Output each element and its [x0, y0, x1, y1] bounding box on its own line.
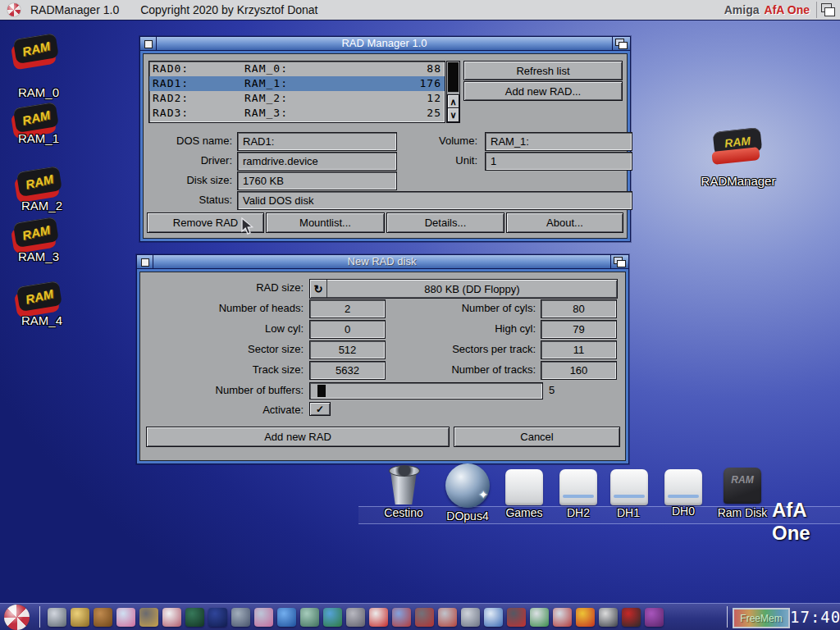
ram-icon-label[interactable]: RAM_4: [5, 313, 79, 327]
scroll-down-icon[interactable]: ∨: [447, 107, 459, 122]
rad-list-row[interactable]: RAD3: RAM_3: 25: [149, 106, 445, 121]
dock-label-dh2[interactable]: DH2: [550, 506, 607, 519]
radmanager-desktop-icon[interactable]: RAM: [712, 130, 763, 171]
num-tracks-field[interactable]: 160: [541, 361, 617, 380]
radmanager-icon-label[interactable]: RADManager: [699, 174, 778, 188]
buffers-slider[interactable]: [309, 382, 543, 399]
photos-icon[interactable]: [392, 608, 411, 627]
white-sphere-icon[interactable]: [162, 608, 181, 627]
umbrella-icon[interactable]: [208, 608, 227, 627]
screen-depth-gadget[interactable]: [816, 2, 838, 18]
ram-chip-icon: RAM: [13, 102, 59, 135]
boing-card-icon[interactable]: [116, 608, 135, 627]
close-gadget-icon[interactable]: [140, 37, 157, 50]
gold-disc-icon[interactable]: [71, 608, 89, 627]
dh0-drive-icon[interactable]: [664, 469, 702, 505]
ram-icon-label[interactable]: RAM_2: [5, 199, 79, 212]
window-title: New RAD disk: [153, 255, 610, 268]
dopus4-icon[interactable]: ✦: [445, 463, 490, 508]
add-new-rad-dialog-button[interactable]: Add new RAD...: [463, 81, 623, 101]
boing-burst-icon[interactable]: [576, 608, 595, 627]
volume-label: Volume:: [406, 132, 477, 149]
ram-disk-desktop-icon[interactable]: RAM: [10, 31, 64, 77]
depth-gadget-icon[interactable]: [612, 37, 630, 50]
speaker-icon[interactable]: [599, 608, 618, 627]
rad-size-cycle[interactable]: ↻ 880 KB (DD Floppy): [309, 279, 618, 299]
cycle-icon: ↻: [310, 280, 327, 298]
slider-thumb[interactable]: [317, 385, 326, 397]
list-scrollbar[interactable]: ∧ ∨: [446, 61, 460, 123]
ram-disk-drive-icon[interactable]: RAM: [724, 468, 761, 504]
rad-list[interactable]: RAD0: RAM_0: 88 RAD1: RAM_1: 176 RAD2: R…: [148, 61, 445, 123]
floppy-pen-icon[interactable]: [48, 608, 66, 627]
dock-label-dh1[interactable]: DH1: [600, 506, 657, 519]
details-button[interactable]: Details...: [386, 212, 504, 233]
checker-ball-icon[interactable]: [622, 608, 641, 627]
buffers-label: Number of buffers:: [140, 381, 304, 399]
status-field[interactable]: Valid DOS disk: [237, 191, 632, 210]
play-button-icon[interactable]: [645, 608, 664, 627]
activate-checkbox[interactable]: ✓: [309, 402, 331, 416]
dock-label-dh0[interactable]: DH0: [655, 504, 712, 518]
volume-field[interactable]: RAM_1:: [485, 132, 632, 151]
new-rad-disk-window: New RAD disk RAD size: ↻ 880 KB (DD Flop…: [136, 254, 629, 464]
dos-name-field[interactable]: RAD1:: [237, 132, 397, 151]
circuit-board-icon[interactable]: [185, 608, 204, 627]
briefcase-icon[interactable]: [94, 608, 112, 627]
cancel-button[interactable]: Cancel: [454, 427, 620, 447]
rocks-icon[interactable]: [346, 608, 365, 627]
disk-size-field[interactable]: 1760 KB: [237, 171, 397, 190]
refresh-list-button[interactable]: Refresh list: [463, 61, 623, 80]
ram-icon-label[interactable]: RAM_3: [2, 249, 75, 263]
games-drive-icon[interactable]: [505, 469, 543, 505]
monitor-icon[interactable]: [231, 608, 250, 627]
scrollbar-thumb[interactable]: [448, 62, 459, 92]
mountlist-button[interactable]: Mountlist...: [266, 212, 385, 233]
dh2-drive-icon[interactable]: [559, 469, 597, 505]
rad-manager-titlebar[interactable]: RAD Manager 1.0: [140, 37, 630, 51]
driver-field[interactable]: ramdrive.device: [237, 152, 397, 171]
ram-icon-label[interactable]: RAM_1: [2, 131, 75, 145]
monitor-pink-icon[interactable]: [254, 608, 273, 627]
drawer-icon[interactable]: [139, 608, 158, 627]
rad-size-label: RAD size:: [140, 279, 304, 296]
close-gadget-icon[interactable]: [137, 255, 153, 268]
download-monitor-icon[interactable]: [507, 608, 526, 627]
ram-icon-label[interactable]: RAM_0: [2, 85, 75, 99]
paint-sphere-icon[interactable]: [415, 608, 434, 627]
depth-gadget-icon[interactable]: [610, 255, 628, 268]
dh1-drive-icon[interactable]: [610, 469, 648, 505]
trash-icon[interactable]: [387, 465, 420, 506]
taskbar-separator: [727, 606, 728, 628]
sectors-per-track-label: Sectors per track:: [362, 340, 536, 358]
sectors-per-track-field[interactable]: 11: [541, 340, 617, 359]
new-rad-titlebar[interactable]: New RAD disk: [137, 255, 628, 269]
lifering-icon[interactable]: [369, 608, 388, 627]
dock-label-ram-disk[interactable]: Ram Disk: [714, 506, 771, 519]
add-new-rad-button[interactable]: Add new RAD: [146, 427, 450, 447]
green-sphere-icon[interactable]: [300, 608, 319, 627]
afa-one-desktop-brand: AfA One: [772, 499, 840, 545]
rad-list-row[interactable]: RAD0: RAM_0: 88: [149, 62, 445, 76]
cd-audio-icon[interactable]: [553, 608, 572, 627]
toolbox-icon[interactable]: [438, 608, 457, 627]
low-cyl-label: Low cyl:: [140, 320, 304, 337]
notepad-icon[interactable]: [484, 608, 503, 627]
rad-list-row-selected[interactable]: RAD1: RAM_1: 176: [149, 76, 445, 91]
start-boing-ball-icon[interactable]: [4, 605, 30, 630]
about-button[interactable]: About...: [506, 212, 623, 233]
dock-label-games[interactable]: Games: [495, 506, 553, 519]
globe-icon[interactable]: [323, 608, 342, 627]
cyls-field[interactable]: 80: [541, 299, 617, 318]
dock-label-dopus4[interactable]: DOpus4: [439, 509, 496, 523]
rad-list-row[interactable]: RAD2: RAM_2: 12: [149, 91, 445, 106]
scanner-icon[interactable]: [461, 608, 480, 627]
freemem-indicator[interactable]: FreeMem: [733, 608, 790, 628]
dock-label-cestino[interactable]: Cestino: [375, 506, 432, 519]
rad-manager-content: RAD0: RAM_0: 88 RAD1: RAM_1: 176 RAD2: R…: [143, 53, 628, 239]
unit-field[interactable]: 1: [485, 152, 632, 171]
disk-size-label: Disk size:: [144, 171, 232, 189]
blue-sphere-icon[interactable]: [277, 608, 296, 627]
high-cyl-field[interactable]: 79: [541, 320, 617, 339]
calculator-icon[interactable]: [530, 608, 549, 627]
